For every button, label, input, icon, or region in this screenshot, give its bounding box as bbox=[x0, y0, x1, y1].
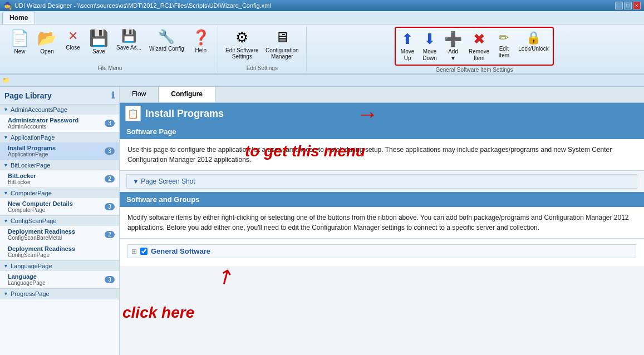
edit-software-button[interactable]: ⚙ Edit SoftwareSettings bbox=[223, 27, 262, 62]
install-programs-subtitle: ApplicationPage bbox=[8, 151, 56, 157]
software-page-content: Use this page to configure the applicati… bbox=[120, 139, 644, 171]
help-icon: ❓ bbox=[192, 29, 210, 46]
sidebar-section-configscan-header[interactable]: ▼ ConfigScanPage bbox=[0, 216, 119, 226]
title-bar-controls[interactable]: _ □ × bbox=[615, 2, 641, 9]
move-down-icon: ⬇ bbox=[424, 31, 436, 48]
software-groups-header: Software and Groups bbox=[120, 192, 644, 207]
maximize-button[interactable]: □ bbox=[624, 2, 632, 9]
sidebar-section-computer-header[interactable]: ▼ ComputerPage bbox=[0, 188, 119, 198]
sidebar-section-admin-header[interactable]: ▼ AdminAccountsPage bbox=[0, 105, 119, 115]
sidebar-item-language[interactable]: Language LanguagePage 3 bbox=[0, 271, 119, 288]
config-manager-button[interactable]: 🖥 ConfigurationManager bbox=[263, 27, 302, 62]
content-area: Flow Configure 📋 Install Programs Softwa… bbox=[120, 87, 644, 355]
sidebar-section-computer: ▼ ComputerPage New Computer Details Comp… bbox=[0, 188, 119, 216]
expand-icon: ⊞ bbox=[131, 248, 137, 255]
open-button[interactable]: 📂 Open bbox=[34, 27, 60, 57]
sidebar-section-language-header[interactable]: ▼ LanguagePage bbox=[0, 261, 119, 271]
new-computer-text: New Computer Details ComputerPage bbox=[8, 200, 73, 213]
sidebar-item-new-computer[interactable]: New Computer Details ComputerPage 3 bbox=[0, 198, 119, 215]
software-groups-title: Software and Groups bbox=[126, 195, 199, 204]
configscan-arrow-icon: ▼ bbox=[3, 218, 8, 224]
save-as-button[interactable]: 💾 Save As... bbox=[113, 27, 145, 53]
general-software-checkbox[interactable] bbox=[140, 248, 148, 255]
language-text: Language LanguagePage bbox=[8, 273, 46, 286]
sidebar-item-install-programs[interactable]: Install Programs ApplicationPage 3 bbox=[0, 142, 119, 160]
sidebar: Page Library ℹ ▼ AdminAccountsPage Admin… bbox=[0, 87, 120, 355]
page-icon: 📋 bbox=[125, 106, 141, 121]
tab-flow[interactable]: Flow bbox=[120, 87, 159, 102]
sidebar-section-progress: ▼ ProgressPage bbox=[0, 289, 119, 299]
language-subtitle: LanguagePage bbox=[8, 280, 46, 286]
config-manager-label: ConfigurationManager bbox=[266, 47, 298, 60]
add-button[interactable]: ➕ Add▼ bbox=[441, 29, 465, 63]
progress-arrow-icon: ▼ bbox=[3, 291, 8, 297]
highlighted-section: ⬆ MoveUp ⬇ MoveDown ➕ Add▼ ✖ RemoveItem … bbox=[395, 27, 554, 66]
install-programs-title: Install Programs bbox=[8, 145, 56, 151]
save-icon: 💾 bbox=[89, 29, 109, 47]
tab-home[interactable]: Home bbox=[2, 12, 35, 24]
move-up-button[interactable]: ⬆ MoveUp bbox=[397, 29, 418, 63]
move-down-button[interactable]: ⬇ MoveDown bbox=[419, 29, 440, 63]
add-label: Add▼ bbox=[448, 48, 458, 62]
software-page-body: Use this page to configure the applicati… bbox=[127, 146, 612, 164]
sidebar-item-admin-password[interactable]: Administrator Password AdminAccounts 3 bbox=[0, 115, 119, 132]
help-button[interactable]: ❓ Help bbox=[189, 27, 213, 56]
sidebar-section-language: ▼ LanguagePage Language LanguagePage 3 bbox=[0, 261, 119, 289]
admin-arrow-icon: ▼ bbox=[3, 107, 8, 112]
remove-item-button[interactable]: ✖ RemoveItem bbox=[466, 29, 492, 63]
language-title: Language bbox=[8, 273, 46, 280]
deployment-page-text: Deployment Readiness ConfigScanPage bbox=[8, 245, 75, 258]
edit-software-icon: ⚙ bbox=[235, 29, 248, 46]
lock-unlock-label: Lock/Unlock bbox=[518, 46, 548, 52]
address-text: 📁 bbox=[2, 77, 10, 84]
close-button[interactable]: × bbox=[633, 2, 641, 9]
language-section-label: LanguagePage bbox=[11, 263, 52, 269]
page-screenshot-bar[interactable]: ▼ Page Screen Shot bbox=[126, 174, 637, 189]
edit-item-icon: ✏ bbox=[499, 31, 509, 45]
sidebar-section-admin: ▼ AdminAccountsPage Administrator Passwo… bbox=[0, 105, 119, 132]
content-tabs: Flow Configure bbox=[120, 87, 644, 103]
sidebar-section-bitlocker-header[interactable]: ▼ BitLockerPage bbox=[0, 160, 119, 170]
title-text: UDI Wizard Designer - \\sccm\sources\os\… bbox=[14, 2, 271, 9]
address-bar: 📁 bbox=[0, 75, 644, 87]
sidebar-item-deployment-bare[interactable]: Deployment Readiness ConfigScanBareMetal… bbox=[0, 226, 119, 243]
minimize-button[interactable]: _ bbox=[615, 2, 623, 9]
general-software-group-label: General Software Item Settings bbox=[435, 66, 513, 73]
sidebar-item-deployment-page[interactable]: Deployment Readiness ConfigScanPage bbox=[0, 243, 119, 260]
wizard-config-button[interactable]: 🔧 Wizard Config bbox=[146, 27, 188, 54]
new-computer-badge: 3 bbox=[105, 203, 115, 210]
remove-item-icon: ✖ bbox=[473, 31, 485, 48]
computer-arrow-icon: ▼ bbox=[3, 190, 8, 196]
ribbon: 📄 New 📂 Open ✕ Close 💾 Save 💾 Save As...… bbox=[0, 24, 644, 75]
bitlocker-text: BitLocker BitLocker bbox=[8, 172, 36, 185]
sidebar-header: Page Library ℹ bbox=[0, 87, 119, 105]
move-down-label: MoveDown bbox=[422, 48, 437, 62]
admin-section-label: AdminAccountsPage bbox=[11, 106, 67, 113]
bitlocker-arrow-icon: ▼ bbox=[3, 162, 8, 168]
sidebar-item-bitlocker[interactable]: BitLocker BitLocker 2 bbox=[0, 170, 119, 188]
save-label: Save bbox=[92, 48, 105, 55]
edit-item-label: EditItem bbox=[499, 46, 509, 59]
deployment-page-title: Deployment Readiness bbox=[8, 245, 75, 252]
save-button[interactable]: 💾 Save bbox=[86, 27, 112, 57]
edit-item-button[interactable]: ✏ EditItem bbox=[493, 29, 514, 63]
screenshot-bar-label: ▼ Page Screen Shot bbox=[132, 178, 195, 185]
sidebar-section-application-header[interactable]: ▼ ApplicationPage bbox=[0, 132, 119, 142]
sidebar-title: Page Library bbox=[4, 91, 52, 100]
title-bar: 🧙 UDI Wizard Designer - \\sccm\sources\o… bbox=[0, 0, 644, 11]
lock-unlock-button[interactable]: 🔒 Lock/Unlock bbox=[515, 29, 551, 63]
edit-group-label: Edit Settings bbox=[247, 64, 278, 71]
tab-configure[interactable]: Configure bbox=[159, 87, 215, 102]
file-group-label: File Menu bbox=[97, 64, 122, 71]
software-page-title: Software Page bbox=[126, 127, 176, 136]
group-row-general[interactable]: ⊞ General Software bbox=[127, 244, 636, 258]
new-button[interactable]: 📄 New bbox=[7, 27, 33, 57]
software-page-header: Software Page bbox=[120, 124, 644, 139]
save-as-icon: 💾 bbox=[121, 29, 136, 43]
bitlocker-badge: 2 bbox=[105, 175, 115, 183]
close-button[interactable]: ✕ Close bbox=[61, 27, 85, 53]
new-computer-title: New Computer Details bbox=[8, 200, 73, 207]
sidebar-section-progress-header[interactable]: ▼ ProgressPage bbox=[0, 289, 119, 299]
file-buttons-row: 📄 New 📂 Open ✕ Close 💾 Save 💾 Save As...… bbox=[7, 27, 213, 57]
bitlocker-title: BitLocker bbox=[8, 172, 36, 179]
